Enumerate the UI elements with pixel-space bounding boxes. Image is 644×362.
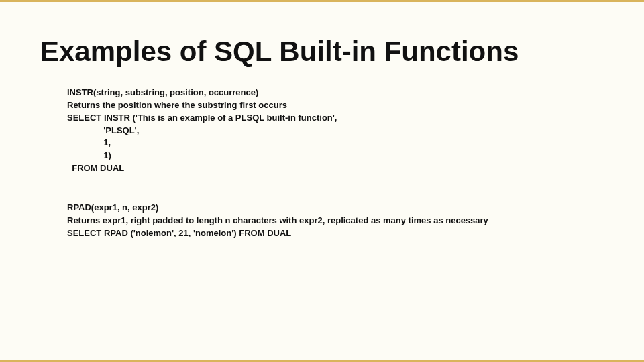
rpad-description: Returns expr1, right padded to length n … <box>67 215 604 227</box>
instr-code-line: FROM DUAL <box>67 162 604 175</box>
instr-signature: INSTR(string, substring, position, occur… <box>67 86 604 99</box>
slide: Examples of SQL Built-in Functions INSTR… <box>0 0 644 362</box>
instr-code-line: 1, <box>67 137 604 149</box>
instr-code-line: 'PLSQL', <box>67 125 604 137</box>
instr-description: Returns the position where the substring… <box>67 99 604 112</box>
rpad-code-line: SELECT RPAD ('nolemon', 21, 'nomelon') F… <box>67 227 604 240</box>
instr-block: INSTR(string, substring, position, occur… <box>67 86 604 175</box>
rpad-signature: RPAD(expr1, n, expr2) <box>67 202 604 215</box>
instr-code-line: SELECT INSTR ('This is an example of a P… <box>67 112 604 125</box>
page-title: Examples of SQL Built-in Functions <box>40 36 604 68</box>
rpad-block: RPAD(expr1, n, expr2) Returns expr1, rig… <box>67 202 604 240</box>
instr-code-line: 1) <box>67 149 604 162</box>
